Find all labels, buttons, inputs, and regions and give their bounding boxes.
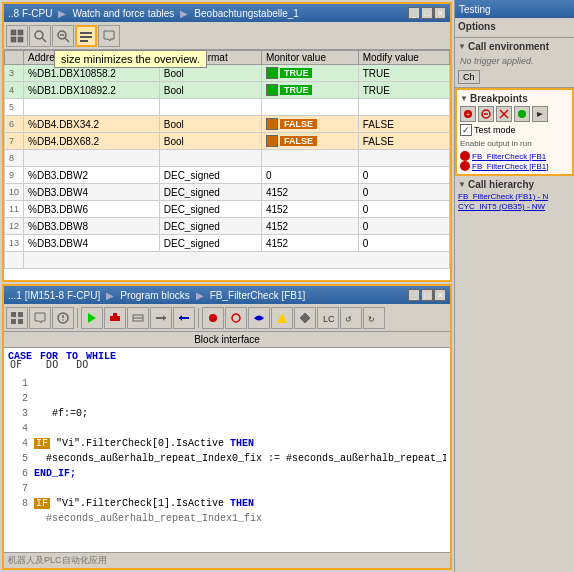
svg-text:↻: ↻ xyxy=(368,315,375,324)
block-tb-7[interactable] xyxy=(150,307,172,329)
bp-dot-2 xyxy=(460,161,470,171)
svg-line-5 xyxy=(42,38,46,42)
block-title-bar: ...1 [IM151-8 F-CPU] ▶ Program blocks ▶ … xyxy=(4,286,450,304)
bp-item-1[interactable]: FB_FilterCheck [FB1 xyxy=(460,151,569,161)
svg-rect-0 xyxy=(11,30,16,35)
block-tb-8[interactable] xyxy=(173,307,195,329)
table-row: 11%DB3.DBW6DEC_signed41520 xyxy=(5,201,450,218)
bp-clear-btn[interactable] xyxy=(496,106,512,122)
svg-point-40 xyxy=(518,110,526,118)
block-title: ...1 [IM151-8 F-CPU] xyxy=(8,290,100,301)
toolbar-btn-2[interactable] xyxy=(29,25,51,47)
block-tb-12[interactable] xyxy=(271,307,293,329)
code-line-10: #seconds_außerhalb_repeat_Index1_fix xyxy=(8,511,446,526)
block-tb-4[interactable] xyxy=(81,307,103,329)
main-container: ..8 F-CPU ▶ Watch and force tables ▶ Beo… xyxy=(0,0,574,572)
svg-rect-10 xyxy=(80,36,92,38)
minimize-button[interactable]: _ xyxy=(408,7,420,19)
bp-dot-1 xyxy=(460,151,470,161)
tooltip: size minimizes the overview. xyxy=(54,50,207,68)
block-tb-5[interactable] xyxy=(104,307,126,329)
toolbar-btn-5[interactable] xyxy=(98,25,120,47)
block-minimize-button[interactable]: _ xyxy=(408,289,420,301)
add-new-row[interactable] xyxy=(5,252,450,269)
block-tb-1[interactable] xyxy=(6,307,28,329)
ch-button[interactable]: Ch xyxy=(458,70,480,84)
bp-item-2[interactable]: FB_FilterCheck [FB1] xyxy=(460,161,569,171)
toolbar-btn-1[interactable] xyxy=(6,25,28,47)
block-tb-16[interactable]: ↻ xyxy=(363,307,385,329)
watch-toolbar: size minimizes the overview. xyxy=(4,22,450,50)
table-row: 10%DB3.DBW4DEC_signed41520 xyxy=(5,184,450,201)
close-button[interactable]: ✕ xyxy=(434,7,446,19)
block-tb-9[interactable] xyxy=(202,307,224,329)
table-row: 5 xyxy=(5,99,450,116)
call-env-header: ▼ Call environment xyxy=(458,41,571,52)
code-line-2: 2 xyxy=(8,391,446,406)
bp-add-btn[interactable]: + xyxy=(460,106,476,122)
toolbar-btn-active[interactable] xyxy=(75,25,97,47)
svg-marker-30 xyxy=(277,313,287,323)
block-tb-11[interactable] xyxy=(248,307,270,329)
test-mode-label: Test mode xyxy=(474,125,516,135)
svg-rect-11 xyxy=(80,40,88,42)
interface-label: Block interface xyxy=(194,334,260,345)
call-hierarchy-section: ▼ Call hierarchy FB_FilterCheck (FB1) - … xyxy=(455,176,574,215)
right-panel: Testing Options ▼ Call environment No tr… xyxy=(454,0,574,572)
watch-table: Address Display format Monitor value Mod… xyxy=(4,50,450,280)
block-toolbar: LC ↺ ↻ xyxy=(4,304,450,332)
toolbar-btn-3[interactable] xyxy=(52,25,74,47)
svg-point-28 xyxy=(209,314,217,322)
options-label: Options xyxy=(458,21,496,32)
watermark: 机器人及PLC自动化应用 xyxy=(8,554,107,567)
code-content: 1 2 3 #f:=0; 4 4 IF xyxy=(4,374,450,552)
call-hierarchy-header: ▼ Call hierarchy xyxy=(458,179,571,190)
block-tb-15[interactable]: ↺ xyxy=(340,307,362,329)
svg-marker-27 xyxy=(179,315,182,321)
maximize-button[interactable]: □ xyxy=(421,7,433,19)
svg-rect-12 xyxy=(11,312,16,317)
options-header: Options xyxy=(458,21,571,32)
svg-rect-3 xyxy=(18,37,23,42)
code-line-4: 4 xyxy=(8,421,446,436)
watch-window: ..8 F-CPU ▶ Watch and force tables ▶ Beo… xyxy=(2,2,452,282)
test-mode-checkbox[interactable] xyxy=(460,124,472,136)
block-tb-3[interactable] xyxy=(52,307,74,329)
bp-enable-btn[interactable] xyxy=(514,106,530,122)
svg-rect-13 xyxy=(18,312,23,317)
svg-text:↺: ↺ xyxy=(345,315,352,324)
table-row: 4%DB1.DBX10892.2BoolTRUETRUE xyxy=(5,82,450,99)
ch-item-1[interactable]: FB_FilterCheck (FB1) - N xyxy=(458,192,571,201)
block-maximize-button[interactable]: □ xyxy=(421,289,433,301)
ch-item-2[interactable]: CYC_INT5 (OB35) - NW xyxy=(458,202,571,211)
svg-marker-41 xyxy=(537,112,543,117)
svg-rect-14 xyxy=(11,319,16,324)
code-line-1: 1 xyxy=(8,376,446,391)
block-interface-bar: Block interface xyxy=(4,332,450,348)
block-tb-6[interactable] xyxy=(127,307,149,329)
code-line-3: 3 #f:=0; xyxy=(8,406,446,421)
code-line-5: 4 IF "Vi".FilterCheck[0].IsActive THEN xyxy=(8,436,446,451)
watch-path-2: Beobachtungstabelle_1 xyxy=(194,8,299,19)
block-path-2: FB_FilterCheck [FB1] xyxy=(210,290,306,301)
code-line-9: 8 IF "Vi".FilterCheck[1].IsActive THEN xyxy=(8,496,446,511)
block-tb-2[interactable] xyxy=(29,307,51,329)
call-env-section: ▼ Call environment No trigger applied. C… xyxy=(455,38,574,88)
col-monitor: Monitor value xyxy=(261,51,358,65)
block-close-button[interactable]: ✕ xyxy=(434,289,446,301)
block-tb-14[interactable]: LC xyxy=(317,307,339,329)
code-area[interactable]: CASE FOR TO WHILE OF DO DO 1 2 xyxy=(4,348,450,552)
watch-title: ..8 F-CPU xyxy=(8,8,52,19)
block-tb-13[interactable] xyxy=(294,307,316,329)
bp-arrow-btn[interactable] xyxy=(532,106,548,122)
options-section: Options xyxy=(455,18,574,38)
code-line-7: 6 END_IF; xyxy=(8,466,446,481)
block-path-1: Program blocks xyxy=(120,290,189,301)
svg-rect-2 xyxy=(11,37,16,42)
call-hierarchy-label: Call hierarchy xyxy=(468,179,534,190)
svg-line-7 xyxy=(65,38,69,42)
block-tb-10[interactable] xyxy=(225,307,247,329)
svg-text:LC: LC xyxy=(323,314,335,324)
breakpoints-label: Breakpoints xyxy=(470,93,528,104)
bp-remove-btn[interactable] xyxy=(478,106,494,122)
